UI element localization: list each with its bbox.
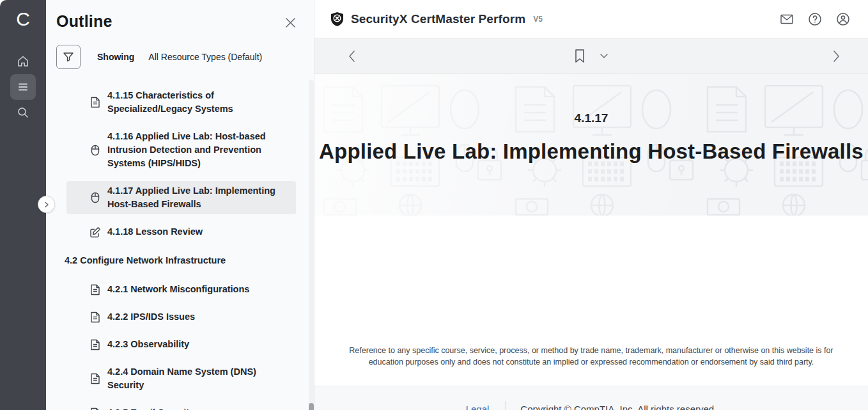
- messages-button[interactable]: [779, 11, 795, 28]
- outline-section-header[interactable]: 4.2 Configure Network Infrastructure: [56, 251, 296, 271]
- app-header: SecurityX CertMaster Perform V5: [314, 0, 868, 38]
- menu-icon: [17, 81, 29, 93]
- outline-item-4.2.5[interactable]: 4.2.5 Email Security: [66, 403, 296, 410]
- outline-item-4.1.15[interactable]: 4.1.15 Characteristics of Specialized/Le…: [66, 86, 296, 119]
- outline-item-4.1.18[interactable]: 4.1.18 Lesson Review: [66, 222, 296, 242]
- close-panel-button[interactable]: [282, 14, 298, 31]
- home-button[interactable]: [10, 49, 36, 74]
- filter-showing-label: Showing: [97, 52, 134, 62]
- outline-item-label: 4.2.1 Network Misconfigurations: [107, 283, 249, 296]
- outline-item-4.2.1[interactable]: 4.2.1 Network Misconfigurations: [66, 280, 296, 299]
- outline-item-label: 4.1.17 Applied Live Lab: Implementing Ho…: [107, 184, 290, 211]
- outline-item-4.2.4[interactable]: 4.2.4 Domain Name System (DNS) Security: [66, 362, 296, 395]
- chevron-right-icon: [832, 50, 841, 63]
- outline-section-label: 4.2 Configure Network Infrastructure: [65, 254, 226, 267]
- document-icon: [89, 373, 102, 384]
- lesson-number: 4.1.17: [314, 111, 868, 125]
- filter-button[interactable]: [56, 45, 81, 69]
- lesson-nav-bar: [314, 38, 868, 74]
- outline-item-label: 4.1.16 Applied Live Lab: Host-based Intr…: [107, 130, 290, 170]
- chevron-down-icon: [600, 53, 608, 59]
- filter-funnel-icon: [63, 51, 74, 63]
- lesson-hero: 4.1.17 Applied Live Lab: Implementing Ho…: [314, 74, 868, 216]
- outline-item-4.2.3[interactable]: 4.2.3 Observability: [66, 335, 296, 354]
- close-icon: [285, 17, 296, 28]
- footer-divider: [506, 401, 506, 410]
- chevron-left-icon: [348, 50, 356, 63]
- app-title: SecurityX CertMaster Perform: [351, 12, 525, 26]
- outline-scrollbar-thumb[interactable]: [309, 403, 314, 410]
- outline-item-4.1.17[interactable]: 4.1.17 Applied Live Lab: Implementing Ho…: [66, 181, 296, 214]
- outline-item-label: 4.2.5 Email Security: [107, 406, 194, 410]
- outline-item-label: 4.1.18 Lesson Review: [107, 225, 203, 239]
- edit-icon: [89, 226, 102, 238]
- outline-item-4.2.2[interactable]: 4.2.2 IPS/IDS Issues: [66, 307, 296, 327]
- outline-scrollbar-track[interactable]: [309, 80, 314, 410]
- bookmark-menu-button[interactable]: [600, 53, 608, 59]
- help-icon: [807, 12, 823, 27]
- filter-value[interactable]: All Resource Types (Default): [148, 52, 262, 62]
- document-icon: [89, 311, 102, 323]
- panel-collapse-button[interactable]: [38, 196, 55, 213]
- securityx-shield-icon: [330, 12, 345, 27]
- outline-list: 4.1.15 Characteristics of Specialized/Le…: [66, 86, 296, 410]
- copyright-text: Copyright © CompTIA, Inc. All rights res…: [520, 404, 717, 410]
- outline-menu-button[interactable]: [10, 74, 36, 100]
- search-button[interactable]: [10, 100, 36, 125]
- app-window: C Outli: [0, 0, 868, 410]
- disclaimer-text: Reference to any specific course, servic…: [337, 345, 846, 368]
- bookmark-icon: [574, 49, 585, 63]
- outline-item-4.1.16[interactable]: 4.1.16 Applied Live Lab: Host-based Intr…: [66, 127, 296, 173]
- outline-panel: Outline Showing All Resource Types (Defa…: [46, 0, 314, 410]
- mouse-icon: [89, 192, 102, 203]
- account-button[interactable]: [835, 11, 851, 28]
- brand: SecurityX CertMaster Perform V5: [330, 12, 543, 27]
- bookmark-button[interactable]: [574, 49, 585, 63]
- home-icon: [17, 55, 29, 68]
- app-version: V5: [533, 15, 543, 24]
- next-lesson-button[interactable]: [827, 47, 845, 65]
- outline-item-label: 4.2.4 Domain Name System (DNS) Security: [107, 365, 290, 392]
- previous-lesson-button[interactable]: [343, 47, 360, 65]
- outline-item-label: 4.2.2 IPS/IDS Issues: [107, 310, 195, 324]
- lesson-title: Applied Live Lab: Implementing Host-Base…: [314, 139, 868, 164]
- search-icon: [17, 106, 29, 119]
- lesson-body: Reference to any specific course, servic…: [314, 216, 868, 386]
- legal-link[interactable]: Legal: [466, 404, 490, 410]
- main-content: SecurityX CertMaster Perform V5: [314, 0, 868, 410]
- profile-icon: [835, 12, 851, 27]
- document-icon: [89, 284, 102, 296]
- document-icon: [89, 339, 102, 351]
- outline-item-label: 4.2.3 Observability: [107, 338, 189, 351]
- footer: Legal Copyright © CompTIA, Inc. All righ…: [314, 386, 868, 410]
- comptia-logo: C: [16, 6, 30, 32]
- document-icon: [89, 97, 102, 108]
- help-button[interactable]: [807, 11, 823, 28]
- mail-icon: [779, 12, 794, 27]
- chevron-right-icon: [43, 201, 50, 208]
- outline-item-label: 4.1.15 Characteristics of Specialized/Le…: [107, 89, 290, 116]
- left-rail: C: [0, 0, 46, 410]
- mouse-icon: [89, 145, 102, 156]
- panel-title: Outline: [56, 12, 112, 31]
- document-icon: [89, 407, 102, 410]
